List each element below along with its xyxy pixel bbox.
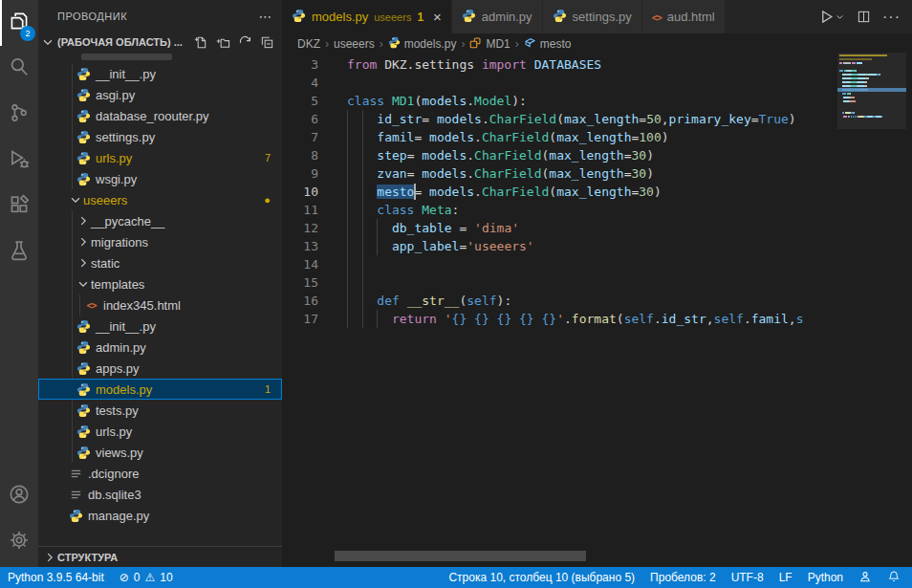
status-indentation[interactable]: Пробелов: 2 xyxy=(642,567,724,588)
tree-item-urls.py[interactable]: urls.py xyxy=(38,421,282,442)
tree-item-apps.py[interactable]: apps.py xyxy=(38,358,282,379)
status-cursor-position[interactable]: Строка 10, столбец 10 (выбрано 5) xyxy=(441,567,642,588)
tree-item-settings.py[interactable]: settings.py xyxy=(38,126,282,147)
code-line-5[interactable]: 5class MD1(models.Model): xyxy=(282,92,839,110)
tree-item-__init__.py[interactable]: __init__.py xyxy=(38,316,282,337)
tree-item-db.sqlite3[interactable]: db.sqlite3 xyxy=(38,484,282,505)
new-file-button[interactable] xyxy=(194,35,208,50)
status-eol[interactable]: LF xyxy=(771,567,800,588)
tree-item-__pycache__[interactable]: __pycache__ xyxy=(38,210,282,231)
line-number[interactable]: 5 xyxy=(282,92,318,110)
tree-item-index345.html[interactable]: <>index345.html xyxy=(38,294,282,316)
python-file-icon xyxy=(76,319,92,334)
status-language-mode[interactable]: Python xyxy=(800,567,851,588)
activitybar-run-and-debug[interactable] xyxy=(0,138,38,184)
activitybar-account[interactable] xyxy=(0,473,38,519)
code-token: = xyxy=(414,185,429,199)
breadcrumb-item-MD1[interactable]: MD1 xyxy=(469,36,510,52)
more-actions-button[interactable]: ··· xyxy=(882,9,901,26)
tree-item-label: asgi.py xyxy=(96,88,135,102)
line-number[interactable]: 17 xyxy=(282,310,318,328)
tree-item-database_roouter.py[interactable]: database_roouter.py xyxy=(38,105,282,126)
line-number[interactable]: 12 xyxy=(282,219,318,237)
line-number[interactable]: 4 xyxy=(282,74,318,92)
tree-item-models.py[interactable]: models.py1 xyxy=(38,379,282,400)
tab-aud.html[interactable]: <>aud.html xyxy=(642,0,726,33)
code-line-15[interactable]: 15 xyxy=(282,273,839,292)
code-token: DATABASES xyxy=(534,57,601,72)
tree-item-wsgi.py[interactable]: wsgi.py xyxy=(38,168,282,189)
status-problems[interactable]: ⊘0⚠10 xyxy=(112,567,181,588)
line-number[interactable]: 8 xyxy=(282,146,318,164)
workspace-section-header[interactable]: (РАБОЧАЯ ОБЛАСТЬ) ... xyxy=(38,33,282,52)
tree-item-admin.py[interactable]: admin.py xyxy=(38,337,282,358)
breadcrumb-item-mesto[interactable]: mesto xyxy=(524,36,572,52)
line-number[interactable]: 6 xyxy=(282,110,318,128)
tree-item-.dcignore[interactable]: .dcignore xyxy=(38,463,282,484)
activitybar-extensions[interactable] xyxy=(0,184,38,229)
minimap[interactable] xyxy=(839,54,904,120)
line-number[interactable]: 10 xyxy=(282,183,318,201)
breadcrumb-item-useeers[interactable]: useeers xyxy=(334,37,375,51)
run-button[interactable] xyxy=(818,9,845,25)
code-line-17[interactable]: 17 return '{} {} {} {} {}'.format(self.i… xyxy=(282,310,839,328)
outline-section-header[interactable]: СТРУКТУРА xyxy=(38,546,282,567)
activitybar-source-control[interactable] xyxy=(0,92,38,138)
code-line-3[interactable]: 3from DKZ.settings import DATABASES xyxy=(282,55,839,74)
refresh-button[interactable] xyxy=(238,35,252,50)
code-line-13[interactable]: 13 app_label='useeers' xyxy=(282,237,839,255)
tree-item-__init__.py[interactable]: __init__.py xyxy=(38,63,282,84)
code-token: 50 xyxy=(646,112,662,126)
tree-item-useeers[interactable]: useeers● xyxy=(38,189,282,210)
new-folder-button[interactable] xyxy=(216,35,230,50)
activitybar-manage-settings[interactable] xyxy=(0,519,38,565)
line-number[interactable]: 13 xyxy=(282,237,318,255)
status-label: Пробелов: 2 xyxy=(650,571,716,584)
tab-models.py[interactable]: models.pyuseeers1× xyxy=(282,0,452,33)
line-number[interactable]: 11 xyxy=(282,201,318,219)
horizontal-scrollbar[interactable] xyxy=(335,551,586,561)
explorer-more-actions-button[interactable]: ⋯ xyxy=(259,9,273,24)
tree-item-manage.py[interactable]: manage.py xyxy=(38,505,282,526)
line-number[interactable]: 7 xyxy=(282,128,318,146)
workspace-actions xyxy=(194,35,274,50)
tab-settings.py[interactable]: settings.py xyxy=(543,0,642,33)
tree-item-static[interactable]: static xyxy=(38,252,282,273)
code-line-11[interactable]: 11 class Meta: xyxy=(282,201,839,219)
status-notifications[interactable] xyxy=(879,567,908,588)
code-line-14[interactable]: 14 xyxy=(282,255,839,273)
code-line-16[interactable]: 16 def __str__(self): xyxy=(282,292,839,310)
code-line-12[interactable]: 12 db_table = 'dima' xyxy=(282,219,839,237)
code-line-7[interactable]: 7 famil= models.CharField(max_length=100… xyxy=(282,128,839,146)
code-line-10[interactable]: 10 mesto= models.CharField(max_length=30… xyxy=(282,183,839,201)
tab-admin.py[interactable]: admin.py xyxy=(452,0,543,33)
collapse-all-button[interactable] xyxy=(260,35,274,50)
status-encoding[interactable]: UTF-8 xyxy=(724,567,771,588)
activitybar-explorer[interactable]: 2 xyxy=(0,0,38,46)
code-token xyxy=(527,57,534,72)
breadcrumb-item-DKZ[interactable]: DKZ xyxy=(297,37,320,51)
code-line-4[interactable]: 4 xyxy=(282,74,839,92)
split-editor-button[interactable] xyxy=(857,10,871,24)
status-python-interpreter[interactable]: Python 3.9.5 64-bit xyxy=(0,567,112,588)
line-number[interactable]: 14 xyxy=(282,255,318,273)
tree-item-urls.py[interactable]: urls.py7 xyxy=(38,147,282,168)
line-number[interactable]: 3 xyxy=(282,55,318,74)
tree-item-views.py[interactable]: views.py xyxy=(38,442,282,463)
tree-item-asgi.py[interactable]: asgi.py xyxy=(38,84,282,105)
code-line-8[interactable]: 8 step= models.CharField(max_length=30) xyxy=(282,146,839,164)
line-number[interactable]: 9 xyxy=(282,164,318,183)
breadcrumb-item-models.py[interactable]: models.py xyxy=(388,36,457,52)
tree-item-migrations[interactable]: migrations xyxy=(38,231,282,252)
close-icon[interactable]: × xyxy=(433,10,442,24)
activitybar-testing[interactable] xyxy=(0,229,38,275)
code-line-9[interactable]: 9 zvan= models.CharField(max_length=30) xyxy=(282,164,839,183)
line-number[interactable]: 16 xyxy=(282,292,318,310)
status-feedback[interactable] xyxy=(851,567,879,588)
tree-item-templates[interactable]: templates xyxy=(38,273,282,294)
tree-item-tests.py[interactable]: tests.py xyxy=(38,400,282,421)
line-number[interactable]: 15 xyxy=(282,273,318,292)
code-line-6[interactable]: 6 id_str= models.CharField(max_length=50… xyxy=(282,110,839,128)
code-area[interactable]: 3from DKZ.settings import DATABASES45cla… xyxy=(282,54,839,328)
activitybar-search[interactable] xyxy=(0,46,38,92)
